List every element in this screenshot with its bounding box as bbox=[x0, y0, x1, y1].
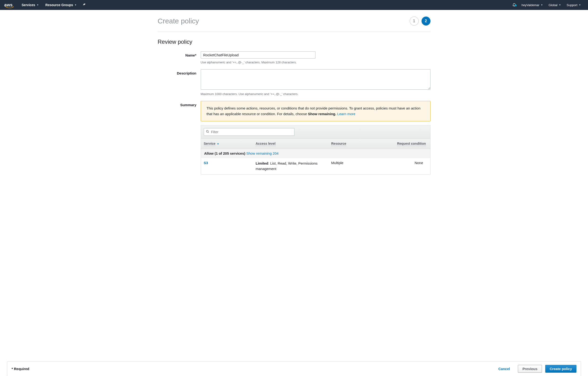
access-cell: Limited: List, Read, Write, Permissions … bbox=[256, 161, 331, 171]
name-label: Name* bbox=[158, 51, 201, 64]
pin-icon[interactable] bbox=[80, 3, 89, 7]
chevron-down-icon: ▼ bbox=[75, 4, 77, 6]
summary-warning-bold: Show remaining. bbox=[308, 112, 336, 116]
resource-cell: Multiple bbox=[331, 161, 397, 171]
services-label: Services bbox=[22, 3, 35, 7]
allow-group-row: Allow (1 of 205 services) Show remaining… bbox=[201, 149, 430, 158]
divider bbox=[158, 32, 430, 32]
aws-swoosh-icon bbox=[5, 6, 14, 9]
page-title: Create policy bbox=[158, 17, 199, 25]
chevron-down-icon: ▼ bbox=[559, 4, 561, 6]
allow-group-label: Allow (1 of 205 services) bbox=[204, 151, 246, 155]
notification-dot bbox=[515, 4, 517, 6]
col-header-condition-label: Request condition bbox=[397, 142, 426, 146]
svg-point-0 bbox=[206, 130, 208, 132]
learn-more-link[interactable]: Learn more bbox=[337, 112, 355, 116]
resource-groups-menu[interactable]: Resource Groups ▼ bbox=[42, 0, 80, 10]
col-header-access-label: Access level bbox=[256, 142, 276, 146]
summary-table: Service ▼ Access level Resource Request … bbox=[201, 125, 430, 175]
support-menu[interactable]: Support ▼ bbox=[564, 0, 584, 10]
col-header-resource[interactable]: Resource bbox=[328, 139, 394, 149]
chevron-down-icon: ▼ bbox=[541, 4, 543, 6]
summary-warning: This policy defines some actions, resour… bbox=[201, 101, 430, 121]
section-title: Review policy bbox=[158, 39, 430, 45]
region-label: Global bbox=[548, 3, 557, 7]
col-header-resource-label: Resource bbox=[331, 142, 346, 146]
name-hint: Use alphanumeric and '+=,.@-_' character… bbox=[201, 61, 430, 64]
access-bold: Limited bbox=[256, 161, 268, 165]
account-label: heyValdemar bbox=[521, 3, 539, 7]
topbar: aws Services ▼ Resource Groups ▼ heyVald… bbox=[0, 0, 588, 10]
filter-input[interactable] bbox=[204, 128, 294, 135]
support-label: Support bbox=[567, 3, 578, 7]
notifications-button[interactable] bbox=[510, 3, 519, 7]
aws-logo[interactable]: aws bbox=[4, 3, 13, 8]
name-input[interactable] bbox=[201, 51, 315, 59]
description-hint: Maximum 1000 characters. Use alphanumeri… bbox=[201, 92, 430, 96]
col-header-service-label: Service bbox=[204, 142, 216, 146]
search-icon bbox=[206, 130, 209, 134]
table-row: S3 Limited: List, Read, Write, Permissio… bbox=[201, 158, 430, 174]
region-menu[interactable]: Global ▼ bbox=[546, 0, 564, 10]
col-header-condition[interactable]: Request condition bbox=[394, 139, 430, 149]
chevron-down-icon: ▼ bbox=[579, 4, 581, 6]
chevron-down-icon: ▼ bbox=[37, 4, 39, 6]
description-label: Description bbox=[158, 69, 201, 96]
sort-caret-icon: ▼ bbox=[217, 143, 219, 145]
step-2[interactable]: 2 bbox=[421, 17, 430, 25]
summary-label: Summary bbox=[158, 101, 201, 175]
condition-cell: None bbox=[397, 161, 427, 171]
show-remaining-link[interactable]: Show remaining 204 bbox=[246, 151, 279, 155]
resource-groups-label: Resource Groups bbox=[45, 3, 73, 7]
description-textarea[interactable] bbox=[201, 69, 430, 90]
col-header-service[interactable]: Service ▼ bbox=[201, 139, 253, 149]
wizard-steps: 1 2 bbox=[410, 17, 430, 25]
services-menu[interactable]: Services ▼ bbox=[18, 0, 42, 10]
svg-line-1 bbox=[208, 132, 209, 133]
step-1[interactable]: 1 bbox=[410, 17, 419, 25]
service-link[interactable]: S3 bbox=[204, 161, 208, 165]
col-header-access[interactable]: Access level bbox=[253, 139, 328, 149]
account-menu[interactable]: heyValdemar ▼ bbox=[519, 0, 546, 10]
